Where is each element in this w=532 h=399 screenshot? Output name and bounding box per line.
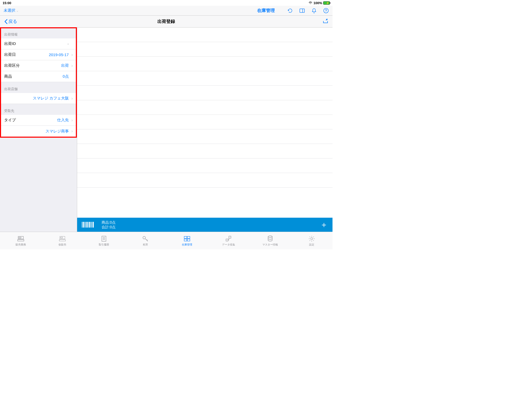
summary-line1: 商品:0点: [102, 220, 116, 225]
svg-rect-5: [18, 240, 24, 241]
bell-icon[interactable]: [311, 8, 317, 14]
document-icon: [100, 235, 108, 242]
svg-point-14: [143, 236, 145, 239]
selector-label: 未選択: [4, 8, 15, 13]
barcode-icon[interactable]: [82, 222, 94, 228]
wifi-icon: [308, 1, 312, 5]
split-view-icon[interactable]: [299, 8, 305, 14]
app-title: 在庫管理: [257, 8, 275, 14]
list-row: [77, 144, 332, 158]
list-row: [77, 42, 332, 57]
tab-bar: 販売業務 仮販売 取引履歴 精算 在庫管理 データ収集 マスター情報 設定: [0, 232, 332, 249]
tab-label: 設定: [309, 243, 314, 247]
svg-point-22: [311, 238, 313, 240]
list-row: [77, 86, 332, 100]
value-recipient-type: 仕入先: [57, 118, 69, 123]
label-ship-id: 出荷ID: [4, 41, 16, 46]
svg-rect-15: [184, 236, 187, 238]
list-row: [77, 100, 332, 115]
battery-percent: 100%: [314, 1, 322, 5]
register-dashed-icon: [59, 235, 66, 242]
list-row: [77, 115, 332, 129]
label-recipient-type: タイプ: [4, 118, 16, 123]
tab-label: 取引履歴: [99, 243, 109, 247]
svg-point-21: [268, 236, 272, 237]
svg-text:?: ?: [325, 9, 327, 12]
svg-rect-10: [102, 236, 106, 241]
svg-rect-20: [226, 239, 228, 241]
status-time: 15:00: [3, 1, 11, 5]
cell-recipient-name[interactable]: スマレジ商事›: [1, 126, 76, 137]
list-row: [77, 28, 332, 42]
svg-rect-17: [184, 239, 187, 241]
tab-inventory[interactable]: 在庫管理: [166, 232, 208, 249]
section-header-shipinfo: 出荷情報: [1, 28, 76, 38]
status-right: 100% ⚡: [308, 1, 330, 5]
data-collect-icon: [225, 235, 232, 242]
gear-icon: [308, 235, 315, 242]
label-ship-date: 出荷日: [4, 52, 16, 57]
section-header-shipstore: 出荷店舗: [1, 82, 76, 93]
highlight-annotation: 出荷情報 出荷ID -› 出荷日 2019-05-17› 出荷区分 出荷› 商品…: [0, 28, 77, 138]
list-row: [77, 57, 332, 71]
battery-icon: ⚡: [323, 1, 330, 5]
tab-label: 仮販売: [58, 243, 66, 247]
add-button[interactable]: ＋: [320, 220, 328, 230]
value-ship-type: 出荷: [61, 63, 69, 68]
tab-data[interactable]: データ収集: [208, 232, 249, 249]
tab-sales[interactable]: 販売業務: [0, 232, 42, 249]
tab-label: データ収集: [222, 243, 235, 247]
cell-ship-date[interactable]: 出荷日 2019-05-17›: [1, 49, 76, 60]
section-header-recipient: 受取先: [1, 104, 76, 115]
tab-label: 在庫管理: [182, 243, 192, 247]
chevron-right-icon: ›: [71, 129, 73, 134]
list-row: [77, 173, 332, 188]
summary-bar: 商品:0点 合計:0点 ＋: [77, 218, 332, 232]
tab-master[interactable]: マスター情報: [249, 232, 291, 249]
chevron-right-icon: ›: [71, 118, 73, 123]
side-panel: 出荷情報 出荷ID -› 出荷日 2019-05-17› 出荷区分 出荷› 商品…: [0, 28, 77, 232]
register-icon: [17, 235, 24, 242]
svg-rect-18: [187, 239, 190, 241]
help-icon[interactable]: ?: [323, 8, 329, 14]
nav-main: 未選択 ⌄ 在庫管理 ?: [0, 6, 332, 16]
value-item: 0点: [63, 74, 69, 79]
share-icon[interactable]: [323, 18, 328, 25]
selector-dropdown[interactable]: 未選択 ⌄: [4, 8, 19, 13]
empty-list: [77, 28, 332, 218]
chevron-right-icon: ›: [71, 63, 73, 68]
chevron-right-icon: ›: [71, 96, 73, 101]
cell-ship-store[interactable]: スマレジ カフェ大阪›: [1, 93, 76, 104]
svg-rect-0: [300, 9, 304, 12]
inventory-icon: [183, 235, 191, 242]
page-title: 出荷登録: [157, 18, 175, 24]
detail-area: 商品:0点 合計:0点 ＋: [77, 28, 332, 232]
cell-recipient-type[interactable]: タイプ 仕入先›: [1, 115, 76, 126]
label-item: 商品: [4, 74, 12, 79]
cell-item-count[interactable]: 商品 0点›: [1, 71, 76, 82]
value-ship-date: 2019-05-17: [49, 52, 69, 57]
back-button[interactable]: 戻る: [4, 18, 17, 24]
summary-line2: 合計:0点: [102, 225, 116, 229]
cell-ship-type[interactable]: 出荷区分 出荷›: [1, 60, 76, 71]
label-ship-type: 出荷区分: [4, 63, 20, 68]
refresh-icon[interactable]: [287, 8, 293, 14]
svg-rect-9: [61, 237, 63, 238]
chevron-right-icon: ›: [71, 52, 73, 57]
tab-settings[interactable]: 設定: [291, 232, 332, 249]
value-ship-store: スマレジ カフェ大阪: [33, 96, 69, 101]
value-ship-id: -: [68, 42, 69, 46]
database-icon: [267, 235, 274, 242]
value-recipient-name: スマレジ商事: [45, 129, 69, 134]
chevron-left-icon: [4, 19, 8, 24]
tab-history[interactable]: 取引履歴: [83, 232, 125, 249]
chevron-down-icon: ⌄: [16, 9, 19, 12]
svg-rect-6: [19, 237, 21, 238]
tab-provisional[interactable]: 仮販売: [42, 232, 83, 249]
back-label: 戻る: [8, 18, 17, 24]
svg-rect-19: [229, 236, 231, 238]
svg-rect-8: [59, 240, 65, 241]
tab-settlement[interactable]: 精算: [125, 232, 166, 249]
list-row: [77, 158, 332, 173]
tab-label: マスター情報: [262, 243, 278, 247]
